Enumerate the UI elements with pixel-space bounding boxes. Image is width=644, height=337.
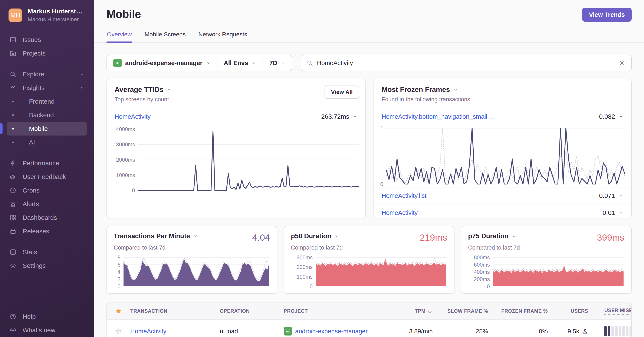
- sidebar-item-frontend[interactable]: Frontend: [7, 95, 87, 108]
- tab-overview[interactable]: Overview: [106, 28, 132, 42]
- col-tpm-sorted[interactable]: TPM: [394, 308, 433, 314]
- chevron-down-icon[interactable]: [453, 87, 458, 92]
- sidebar-item-whats-new[interactable]: What's new: [7, 323, 87, 337]
- card-title: Transactions Per Minute: [114, 232, 190, 240]
- sidebar-item-help[interactable]: Help: [7, 310, 87, 323]
- sidebar-item-explore[interactable]: Explore: [7, 67, 87, 81]
- search-icon: [307, 60, 313, 66]
- sort-desc-arrow-icon: [427, 308, 433, 314]
- insights-icon: [9, 84, 16, 91]
- p50-chart: 300ms200ms100ms0: [291, 254, 447, 288]
- stat-cards-row: Transactions Per Minute 4.04 Compared to…: [106, 226, 632, 294]
- col-transaction[interactable]: Transaction: [130, 308, 220, 314]
- page-title: Mobile: [106, 8, 141, 20]
- svg-text:6: 6: [118, 262, 120, 268]
- sidebar-item-crons[interactable]: Crons: [7, 184, 87, 197]
- clock-icon: [9, 187, 16, 194]
- ttid-transaction-row: HomeActivity 263.72ms: [107, 108, 366, 125]
- p50-value: 219ms: [420, 232, 447, 243]
- sidebar-item-insights[interactable]: Insights: [7, 81, 87, 95]
- sidebar-item-issues[interactable]: Issues: [7, 33, 87, 47]
- sidebar-item-ai[interactable]: AI: [7, 135, 87, 149]
- col-users[interactable]: Users: [548, 308, 588, 314]
- col-operation[interactable]: Operation: [220, 308, 284, 314]
- collapse-chevron-up-icon[interactable]: [618, 114, 624, 119]
- chevron-down-icon[interactable]: [193, 234, 198, 239]
- help-icon: [9, 313, 16, 320]
- transaction-link[interactable]: HomeActivity: [382, 209, 418, 216]
- transaction-link[interactable]: HomeActivity: [130, 328, 166, 335]
- chevron-up-icon: [79, 85, 84, 90]
- sidebar-item-user-feedback[interactable]: User Feedback: [7, 170, 87, 184]
- date-range-selector[interactable]: 7D: [262, 55, 292, 71]
- tab-network-requests[interactable]: Network Requests: [198, 28, 248, 42]
- expand-chevron-down-icon[interactable]: [618, 210, 624, 215]
- svg-text:0: 0: [310, 283, 313, 288]
- ttid-chart: 4000ms3000ms2000ms1000ms0: [110, 126, 360, 192]
- android-icon: [284, 327, 292, 336]
- card-subtitle: Compared to last 7d: [114, 245, 270, 251]
- tab-mobile-screens[interactable]: Mobile Screens: [144, 28, 186, 42]
- col-project[interactable]: Project: [284, 308, 394, 314]
- user-menu[interactable]: MH Markus Hinterst… Markus Hintersteiner: [8, 8, 87, 23]
- svg-text:1000ms: 1000ms: [116, 172, 135, 178]
- page-filters: android-expense-manager All Envs 7D: [106, 55, 292, 71]
- sidebar-footer: Help What's new: [0, 310, 94, 337]
- tpm-cell: 3.89/min: [394, 328, 433, 335]
- project-selector[interactable]: android-expense-manager: [107, 55, 217, 71]
- chevron-down-icon[interactable]: [511, 234, 516, 239]
- svg-text:300ms: 300ms: [297, 255, 313, 260]
- p75-value: 399ms: [597, 232, 624, 243]
- card-subtitle: Compared to last 7d: [468, 245, 624, 251]
- view-all-button[interactable]: View All: [324, 85, 359, 99]
- col-user-misery[interactable]: User Misery: [588, 308, 632, 315]
- user-misery-cell: [588, 326, 632, 336]
- search-input[interactable]: [317, 59, 614, 67]
- explore-icon: [9, 71, 16, 78]
- sidebar-item-alerts[interactable]: Alerts: [7, 197, 87, 211]
- frozen-value: 0.01: [603, 209, 615, 216]
- svg-text:4000ms: 4000ms: [116, 126, 135, 132]
- transaction-link[interactable]: HomeActivity.list: [382, 192, 426, 199]
- ttid-value: 263.72ms: [321, 113, 349, 120]
- average-ttids-card: Average TTIDs Top screens by count View …: [106, 79, 366, 218]
- page-header: Mobile View Trends: [106, 8, 632, 22]
- sidebar-item-releases[interactable]: Releases: [7, 224, 87, 238]
- view-trends-button[interactable]: View Trends: [582, 8, 632, 22]
- project-link[interactable]: android-expense-manager: [295, 328, 368, 335]
- sidebar-item-projects[interactable]: Projects: [7, 47, 87, 60]
- frozen-transaction-row: HomeActivity 0.01: [374, 204, 631, 218]
- tab-bar: Overview Mobile Screens Network Requests: [94, 28, 644, 42]
- issues-icon: [9, 36, 16, 43]
- chevron-down-icon: [79, 72, 84, 77]
- transaction-link[interactable]: HomeActivity: [114, 113, 150, 120]
- svg-text:200ms: 200ms: [474, 276, 490, 282]
- frozen-value: 0.082: [599, 113, 615, 120]
- sidebar-item-backend[interactable]: Backend: [7, 108, 87, 122]
- projects-icon: [9, 50, 16, 57]
- transaction-link[interactable]: HomeActivity.bottom_navigation_small …: [382, 113, 495, 120]
- users-cell: 9.5k: [548, 328, 588, 335]
- sidebar-item-settings[interactable]: Settings: [7, 259, 87, 273]
- expand-chevron-down-icon[interactable]: [618, 193, 624, 198]
- svg-text:200ms: 200ms: [297, 264, 313, 270]
- clear-search-button[interactable]: [618, 59, 626, 67]
- svg-text:0: 0: [487, 283, 490, 288]
- chevron-down-icon[interactable]: [166, 87, 172, 92]
- collapse-chevron-up-icon[interactable]: [353, 114, 358, 119]
- sidebar-item-stats[interactable]: Stats: [7, 245, 87, 259]
- col-slow-frame[interactable]: Slow Frame %: [433, 308, 488, 314]
- siren-icon: [9, 201, 16, 207]
- table-row: HomeActivity ui.load android-expense-man…: [107, 320, 631, 337]
- sidebar-item-performance[interactable]: Performance: [7, 156, 87, 170]
- environment-selector[interactable]: All Envs: [217, 55, 262, 71]
- sidebar-item-mobile[interactable]: Mobile: [7, 122, 87, 135]
- star-toggle[interactable]: [116, 328, 130, 335]
- card-subtitle: Top screens by count: [114, 96, 358, 103]
- chevron-down-icon[interactable]: [334, 234, 339, 239]
- chevron-down-icon: [281, 61, 285, 65]
- sidebar-item-dashboards[interactable]: Dashboards: [7, 211, 87, 224]
- star-column-icon[interactable]: [116, 308, 130, 314]
- col-frozen-frame[interactable]: Frozen Frame %: [488, 308, 548, 314]
- sidebar: MH Markus Hinterst… Markus Hintersteiner…: [0, 0, 94, 337]
